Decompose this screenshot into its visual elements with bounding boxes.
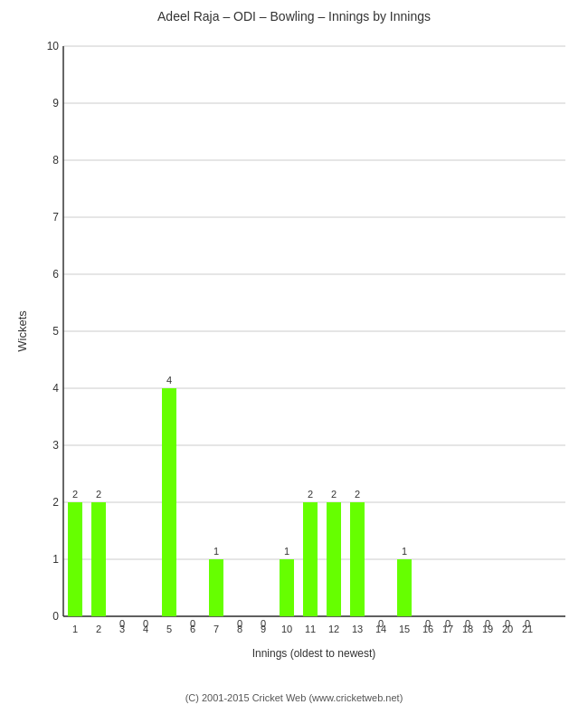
bar-2: 2	[91, 489, 106, 616]
y-axis-title: Wickets	[15, 310, 29, 352]
svg-text:5: 5	[52, 325, 59, 338]
svg-text:21: 21	[522, 624, 533, 634]
svg-text:10: 10	[47, 40, 60, 52]
bar-15: 1	[397, 546, 412, 616]
x-axis-labels: 1 2 3 4 5 6 7 8 9 10 11 12 13 14 15 16 1…	[72, 624, 533, 634]
svg-rect-22	[68, 502, 82, 616]
svg-text:19: 19	[482, 624, 493, 634]
chart-footer: (C) 2001-2015 Cricket Web (www.cricketwe…	[185, 692, 403, 703]
svg-text:11: 11	[305, 624, 316, 634]
svg-text:10: 10	[281, 624, 292, 634]
svg-rect-34	[209, 559, 223, 616]
svg-text:1: 1	[284, 546, 289, 557]
bar-5: 4	[162, 375, 176, 616]
svg-text:1: 1	[72, 624, 78, 634]
svg-text:9: 9	[52, 97, 59, 110]
bar-12: 2	[327, 489, 341, 616]
svg-text:2: 2	[72, 489, 78, 500]
svg-rect-50	[397, 559, 412, 616]
svg-text:1: 1	[213, 546, 219, 557]
bar-11: 2	[303, 489, 318, 616]
svg-text:5: 5	[166, 624, 172, 634]
svg-rect-46	[350, 502, 365, 616]
svg-text:2: 2	[355, 489, 360, 500]
svg-text:4: 4	[52, 382, 59, 395]
svg-text:8: 8	[52, 154, 59, 167]
svg-text:2: 2	[96, 624, 101, 634]
bar-7: 1	[209, 546, 223, 616]
svg-text:2: 2	[331, 489, 337, 500]
svg-text:6: 6	[190, 624, 195, 634]
svg-text:17: 17	[442, 624, 453, 634]
svg-text:8: 8	[237, 624, 242, 634]
svg-text:3: 3	[52, 439, 59, 452]
svg-text:2: 2	[308, 489, 313, 500]
svg-text:12: 12	[328, 624, 339, 634]
svg-text:7: 7	[213, 624, 219, 634]
svg-text:20: 20	[502, 624, 513, 634]
svg-text:6: 6	[52, 268, 59, 281]
svg-text:2: 2	[52, 496, 59, 509]
svg-text:4: 4	[166, 375, 172, 386]
y-axis-labels: 10 9 8 7 6 5 4 3 2 1 0	[47, 40, 60, 623]
svg-rect-42	[303, 502, 318, 616]
chart-title: Adeel Raja – ODI – Bowling – Innings by …	[157, 9, 431, 24]
bar-13: 2	[350, 489, 365, 616]
svg-rect-24	[91, 502, 106, 616]
x-axis-title: Innings (oldest to newest)	[252, 647, 376, 660]
svg-rect-30	[162, 388, 176, 616]
svg-text:3: 3	[119, 624, 125, 634]
svg-text:9: 9	[261, 624, 266, 634]
svg-text:13: 13	[352, 624, 363, 634]
svg-text:0: 0	[52, 610, 59, 623]
svg-rect-40	[280, 559, 294, 616]
chart-container: Adeel Raja – ODI – Bowling – Innings by …	[0, 0, 588, 724]
svg-text:14: 14	[375, 624, 386, 634]
svg-text:1: 1	[52, 553, 59, 566]
svg-text:7: 7	[52, 211, 59, 224]
svg-text:18: 18	[462, 624, 473, 634]
svg-text:2: 2	[96, 489, 101, 500]
svg-rect-44	[327, 502, 341, 616]
bar-10: 1	[280, 546, 294, 616]
svg-text:16: 16	[422, 624, 433, 634]
svg-text:15: 15	[399, 624, 410, 634]
svg-text:1: 1	[402, 546, 407, 557]
bar-1: 2	[68, 489, 82, 616]
svg-text:4: 4	[143, 624, 148, 634]
